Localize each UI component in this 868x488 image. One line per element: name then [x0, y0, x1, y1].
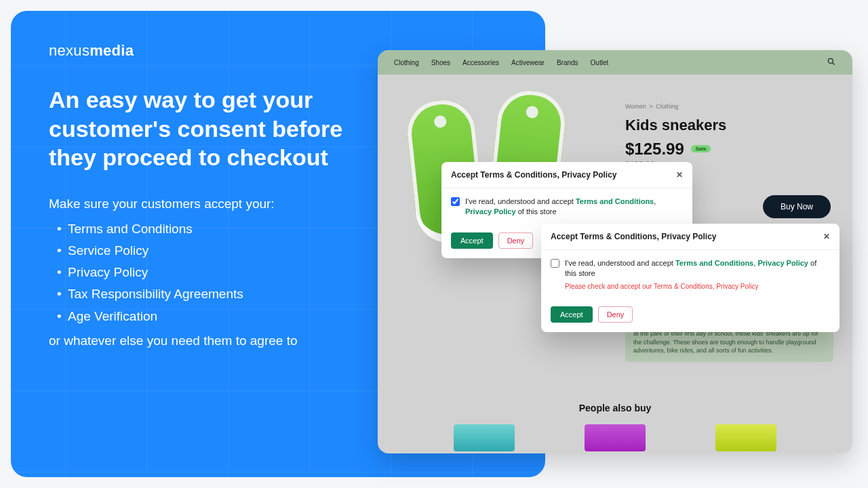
deny-button[interactable]: Deny: [598, 306, 633, 323]
search-icon[interactable]: [827, 57, 836, 68]
nav-item[interactable]: Clothing: [394, 59, 419, 66]
promo-headline: An easy way to get your customer's conse…: [49, 85, 368, 172]
svg-line-1: [833, 63, 835, 65]
related-product[interactable]: [454, 424, 515, 451]
privacy-link[interactable]: Privacy Policy: [465, 207, 516, 216]
nav-item[interactable]: Outlet: [591, 59, 609, 66]
crumb-sep: >: [649, 103, 652, 110]
consent-checkbox[interactable]: [451, 197, 460, 206]
modal-title: Accept Terms & Conditions, Privacy Polic…: [451, 170, 617, 180]
product-price: $125.99 Sale: [625, 140, 711, 159]
consent-checkbox[interactable]: [551, 259, 559, 268]
sale-badge: Sale: [691, 145, 710, 152]
buy-now-button[interactable]: Buy Now: [763, 195, 831, 218]
related-products: [378, 424, 852, 451]
brand-logo-a: nexus: [49, 42, 90, 59]
related-product[interactable]: [715, 424, 776, 451]
terms-link[interactable]: Terms and Conditions: [675, 259, 753, 267]
related-product[interactable]: [585, 424, 646, 451]
people-also-buy-heading: People also buy: [378, 403, 852, 413]
nav-item[interactable]: Shoes: [431, 59, 450, 66]
accept-button[interactable]: Accept: [551, 306, 593, 323]
consent-error: Please check and accept our Terms & Cond…: [565, 282, 830, 291]
nav-item[interactable]: Accessories: [462, 59, 499, 66]
promo-subhead: Make sure your customers accept your:: [49, 197, 347, 211]
terms-link[interactable]: Terms and Conditions: [576, 197, 654, 205]
close-icon[interactable]: ✕: [823, 232, 830, 241]
product-title: Kids sneakers: [625, 117, 726, 134]
close-icon[interactable]: ✕: [676, 170, 683, 180]
store-nav: Clothing Shoes Accessories Activewear Br…: [378, 50, 852, 75]
consent-text: I've read, understood and accept Terms a…: [465, 197, 683, 218]
promo-tail: or whatever else you need them to agree …: [49, 331, 334, 350]
nav-item[interactable]: Brands: [557, 59, 578, 66]
crumb-item[interactable]: Women: [625, 103, 646, 110]
price-value: $125.99: [625, 140, 684, 158]
svg-point-0: [828, 58, 833, 63]
brand-logo-b: media: [90, 42, 134, 59]
consent-text: I've read, understood and accept Terms a…: [565, 258, 830, 291]
breadcrumb: Women > Clothing: [625, 103, 678, 110]
consent-modal-error: Accept Terms & Conditions, Privacy Polic…: [541, 224, 840, 332]
accept-button[interactable]: Accept: [451, 232, 493, 249]
deny-button[interactable]: Deny: [498, 232, 534, 249]
nav-item[interactable]: Activewear: [511, 59, 545, 66]
modal-title: Accept Terms & Conditions, Privacy Polic…: [551, 232, 717, 241]
privacy-link[interactable]: Privacy Policy: [757, 259, 808, 267]
crumb-item[interactable]: Clothing: [656, 103, 678, 110]
